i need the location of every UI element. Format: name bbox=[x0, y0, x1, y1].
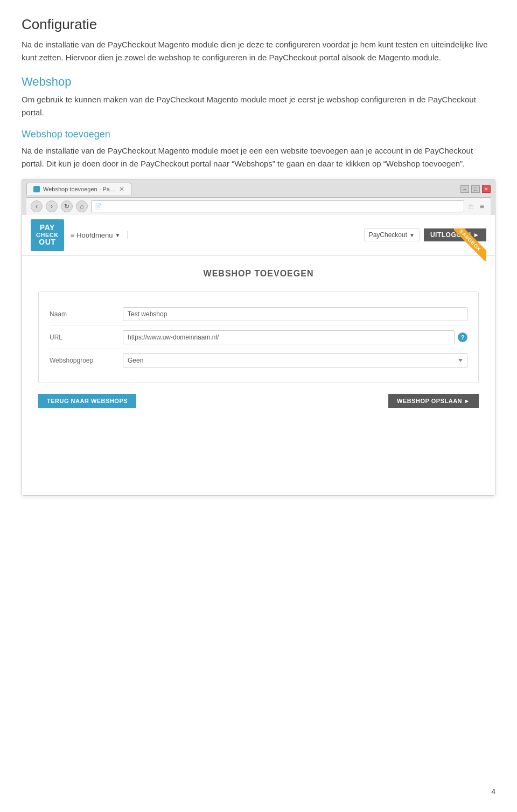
form-actions: TERUG NAAR WEBSHOPS WEBSHOP OPSLAAN ► bbox=[38, 394, 479, 408]
browser-chrome: Webshop toevoegen - Pa… ✕ – □ ✕ ‹ › ↻ ⌂ … bbox=[22, 179, 495, 215]
tab-favicon bbox=[33, 186, 40, 192]
bookmark-icon[interactable]: ☆ bbox=[467, 202, 474, 211]
paycheckout-logo: PAY CHECK OUT bbox=[31, 219, 64, 251]
intro-paragraph: Na de installatie van de PayCheckout Mag… bbox=[22, 38, 495, 64]
label-naam: Naam bbox=[50, 310, 114, 318]
input-naam[interactable] bbox=[123, 307, 467, 321]
sandbox-corner: SANDBOX bbox=[454, 228, 486, 261]
address-bar[interactable]: 📄 bbox=[91, 200, 464, 212]
url-input-group: ? bbox=[123, 330, 467, 344]
logo-pay: PAY bbox=[36, 224, 59, 232]
form-row-url: URL ? bbox=[50, 326, 467, 349]
webshop-paragraph: Om gebruik te kunnen maken van de PayChe… bbox=[22, 93, 495, 119]
account-chevron-icon: ▼ bbox=[409, 232, 415, 238]
browser-title-bar: Webshop toevoegen - Pa… ✕ – □ ✕ bbox=[26, 183, 491, 195]
webshop-heading: Webshop bbox=[22, 75, 495, 89]
menu-label: Hoofdmenu bbox=[76, 231, 113, 239]
back-to-webshops-button[interactable]: TERUG NAAR WEBSHOPS bbox=[38, 394, 136, 408]
webshop-toevoegen-paragraph: Na de installatie van de PayCheckout Mag… bbox=[22, 144, 495, 170]
save-webshop-button[interactable]: WEBSHOP OPSLAAN ► bbox=[388, 394, 479, 408]
page-topnav: PAY CHECK OUT ≡ Hoofdmenu ▼ | PayCheckou… bbox=[22, 215, 495, 256]
browser-menu-icon[interactable]: ≡ bbox=[478, 202, 486, 211]
form-row-webshopgroep: Webshopgroep Geen bbox=[50, 349, 467, 372]
logo-out: OUT bbox=[36, 238, 59, 246]
webshop-toevoegen-heading: Webshop toevoegen bbox=[22, 129, 495, 140]
tab-title: Webshop toevoegen - Pa… bbox=[43, 186, 116, 192]
window-controls: – □ ✕ bbox=[460, 185, 491, 193]
menu-separator: | bbox=[127, 230, 129, 240]
browser-mockup: Webshop toevoegen - Pa… ✕ – □ ✕ ‹ › ↻ ⌂ … bbox=[22, 179, 495, 496]
tab-close-icon[interactable]: ✕ bbox=[119, 185, 124, 193]
home-nav-button[interactable]: ⌂ bbox=[76, 200, 88, 212]
label-webshopgroep: Webshopgroep bbox=[50, 357, 114, 364]
address-text: 📄 bbox=[95, 203, 102, 210]
forward-nav-button[interactable]: › bbox=[46, 200, 58, 212]
form-card: Naam URL ? Webshop bbox=[38, 292, 479, 383]
refresh-nav-button[interactable]: ↻ bbox=[61, 200, 73, 212]
select-webshopgroep[interactable]: Geen bbox=[123, 353, 467, 367]
browser-tab[interactable]: Webshop toevoegen - Pa… ✕ bbox=[26, 183, 131, 195]
url-help-icon[interactable]: ? bbox=[458, 332, 467, 342]
browser-tabs: Webshop toevoegen - Pa… ✕ bbox=[26, 183, 131, 195]
browser-nav: ‹ › ↻ ⌂ 📄 ☆ ≡ bbox=[26, 197, 491, 215]
label-url: URL bbox=[50, 334, 114, 341]
hamburger-icon: ≡ bbox=[71, 231, 75, 239]
browser-content: PAY CHECK OUT ≡ Hoofdmenu ▼ | PayCheckou… bbox=[22, 215, 495, 495]
input-url[interactable] bbox=[123, 330, 455, 344]
account-selector[interactable]: PayCheckout ▼ bbox=[364, 228, 420, 241]
menu-arrow-icon: ▼ bbox=[115, 232, 120, 238]
form-title: WEBSHOP TOEVOEGEN bbox=[38, 269, 479, 279]
page-form-container: WEBSHOP TOEVOEGEN Naam URL ? bbox=[22, 256, 495, 421]
topnav-right: PayCheckout ▼ UITLOGGEN ► SANDBOX bbox=[364, 228, 486, 241]
minimize-button[interactable]: – bbox=[460, 185, 469, 193]
account-name: PayCheckout bbox=[369, 231, 407, 239]
close-button[interactable]: ✕ bbox=[482, 185, 491, 193]
form-row-naam: Naam bbox=[50, 303, 467, 326]
sandbox-ribbon: SANDBOX bbox=[454, 228, 486, 261]
page-title: Configuratie bbox=[22, 16, 495, 33]
back-nav-button[interactable]: ‹ bbox=[31, 200, 43, 212]
maximize-button[interactable]: □ bbox=[471, 185, 480, 193]
main-menu[interactable]: ≡ Hoofdmenu ▼ bbox=[71, 231, 121, 239]
